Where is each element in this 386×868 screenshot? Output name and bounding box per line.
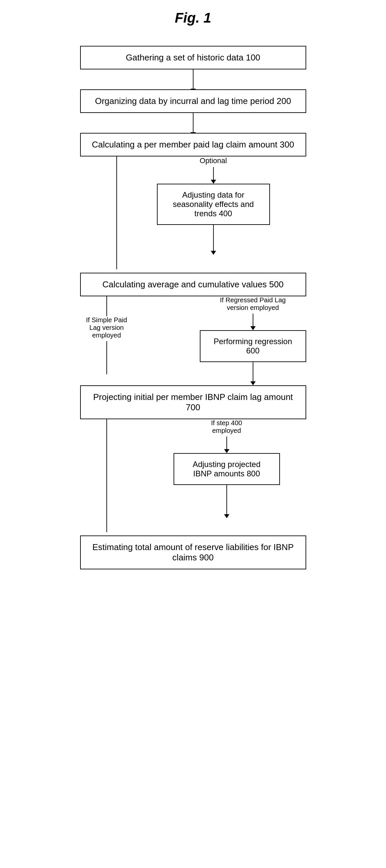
- page-title: Fig. 1: [20, 10, 366, 26]
- step-400: Adjusting data for seasonality effects a…: [157, 184, 270, 225]
- step-100: Gathering a set of historic data 100: [80, 46, 306, 69]
- step-900: Estimating total amount of reserve liabi…: [80, 535, 306, 569]
- step-600: Performing regression 600: [200, 330, 306, 362]
- optional-label: Optional: [200, 156, 227, 165]
- if-regressed-label: If Regressed Paid Lag version employed: [220, 296, 286, 312]
- step-200: Organizing data by incurral and lag time…: [80, 89, 306, 113]
- page: Fig. 1 Gathering a set of historic data …: [0, 0, 386, 868]
- if-step400-label: If step 400 employed: [200, 419, 253, 434]
- if-simple-label: If Simple Paid Lag version employed: [80, 316, 133, 339]
- step-800: Adjusting projected IBNP amounts 800: [174, 453, 280, 485]
- flowchart: Gathering a set of historic data 100 Org…: [20, 46, 366, 569]
- step-300: Calculating a per member paid lag claim …: [80, 133, 306, 156]
- step-500: Calculating average and cumulative value…: [80, 273, 306, 296]
- step-700: Projecting initial per member IBNP claim…: [80, 385, 306, 419]
